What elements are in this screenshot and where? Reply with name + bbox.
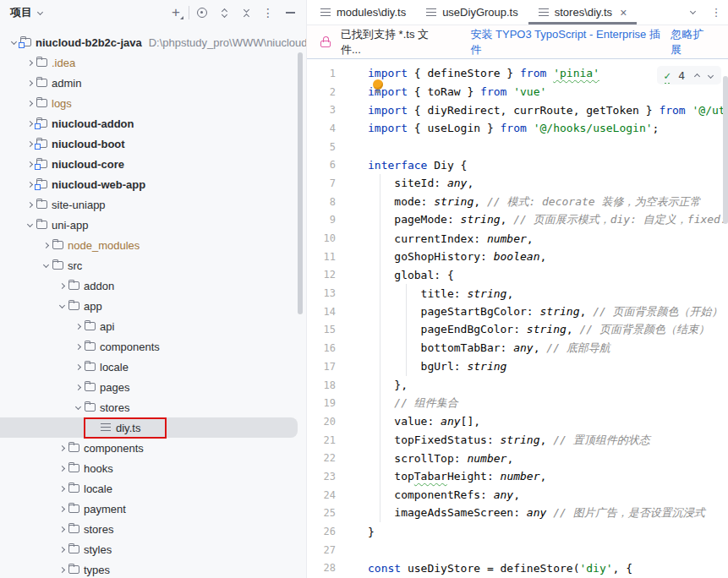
annotation-red-box [84,417,167,439]
tree-item-label: niucloud-core [52,158,124,171]
tree-item-src[interactable]: src [0,255,306,275]
chevron-right-icon[interactable] [26,201,32,207]
chevron-right-icon[interactable] [58,526,64,532]
tree-item-.idea[interactable]: .idea [0,52,306,73]
chevron-right-icon[interactable] [42,242,48,248]
chevron-right-icon[interactable] [58,566,64,572]
chevron-right-icon[interactable] [26,161,32,166]
tree-item-label: components [84,442,144,455]
tree-item-logs[interactable]: logs [0,93,306,113]
inspections-count: 4 [678,69,685,82]
module-folder-icon [36,119,52,128]
tree-item-hooks[interactable]: hooks [0,458,306,478]
chevron-right-icon[interactable] [26,100,32,106]
intention-bulb-icon[interactable] [373,79,384,93]
chevron-down-icon[interactable] [42,261,48,267]
chevron-down-icon[interactable] [10,38,16,44]
chevron-right-icon[interactable] [58,505,64,511]
code-line: 28const useDiyStore = defineStore('diy',… [307,559,728,578]
tab-list-dropdown-icon[interactable] [681,0,704,25]
chevron-right-icon[interactable] [58,444,64,450]
chevron-right-icon[interactable] [26,59,32,65]
editor-tab-stores-diy.ts[interactable]: stores\diy.ts× [528,0,638,25]
tree-item-stores[interactable]: stores [0,397,306,417]
chevron-right-icon[interactable] [74,384,80,390]
chevron-right-icon[interactable] [58,282,64,288]
tree-item-app[interactable]: app [0,296,306,316]
file-text-icon [426,8,436,17]
tab-more-options-icon[interactable]: ⋮ [704,0,728,25]
tree-item-uni-app[interactable]: uni-app [0,215,306,235]
collapse-all-icon[interactable] [235,3,257,22]
expand-all-icon[interactable] [213,3,235,22]
editor-tab-modules-diy.ts[interactable]: modules\diy.ts [310,0,416,25]
tree-item-locale[interactable]: locale [0,357,306,377]
tree-item-node-modules[interactable]: node_modules [0,235,306,255]
chevron-down-icon[interactable] [74,403,80,409]
ignore-extension-link[interactable]: 忽略扩展 [671,27,714,57]
chevron-right-icon[interactable] [58,465,64,471]
add-icon[interactable]: + [165,3,187,22]
tree-item-types[interactable]: types [0,559,306,578]
tree-item-stores[interactable]: stores [0,519,306,539]
install-plugin-link[interactable]: 安装 TYPO3 TypoScript - Enterprise 插件 [470,27,671,57]
tree-item-site-uniapp[interactable]: site-uniapp [0,194,306,215]
tree-item-components[interactable]: components [0,336,306,357]
tree-item-label: stores [100,401,129,414]
tabbar-spacer [637,0,681,25]
close-icon[interactable]: × [620,7,627,19]
folder-icon [68,302,84,310]
tree-item-label: niucloud-web-app [52,178,145,191]
tree-item-styles[interactable]: styles [0,539,306,559]
chevron-right-icon[interactable] [58,546,64,552]
folder-icon [68,444,84,452]
chevron-down-icon[interactable] [58,302,64,308]
editor-tab-usediygroup.ts[interactable]: useDiyGroup.ts [416,0,528,25]
chevron-right-icon[interactable] [26,140,32,146]
previous-highlight-icon[interactable] [694,73,700,79]
tree-item-niucloud-addon[interactable]: niucloud-addon [0,113,306,134]
code-line: 20 value: any[], [307,412,728,431]
tree-scrollbar-thumb[interactable] [298,52,303,314]
chevron-right-icon[interactable] [26,181,32,187]
tool-window-title[interactable]: 项目 [10,5,32,20]
line-number: 17 [307,361,336,373]
folder-icon [52,241,68,249]
tree-item-components[interactable]: components [0,438,306,458]
code-line: 25 imageAdsSameScreen: any // 图片广告，是否设置沉… [307,504,728,523]
next-highlight-icon[interactable] [708,72,714,78]
tree-item-niucloud-b2b2c-java[interactable]: niucloud-b2b2c-javaD:\phpstudy_pro\WWW\n… [0,32,306,52]
tree-item-addon[interactable]: addon [0,275,306,296]
line-number: 21 [307,434,336,446]
code-editor[interactable]: ✓ 4 1import { defineStore } from 'pinia'… [307,59,728,578]
locate-file-icon[interactable] [191,3,213,22]
tree-item-niucloud-boot[interactable]: niucloud-boot [0,134,306,154]
more-options-icon[interactable]: ⋮ [257,3,279,22]
tree-item-admin[interactable]: admin [0,73,306,93]
chevron-right-icon[interactable] [74,343,80,349]
editor-scrollbar-thumb[interactable] [723,76,728,224]
tree-item-pages[interactable]: pages [0,377,306,397]
code-line: 10 currentIndex: number, [307,229,728,248]
tree-item-niucloud-web-app[interactable]: niucloud-web-app [0,174,306,194]
tree-item-api[interactable]: api [0,316,306,336]
folder-icon [85,342,100,351]
chevron-right-icon[interactable] [26,120,32,126]
tree-item-label: types [84,564,110,576]
chevron-down-icon[interactable] [26,221,32,226]
chevron-down-icon[interactable] [37,8,43,14]
tree-item-niucloud-core[interactable]: niucloud-core [0,154,306,174]
line-number: 9 [307,214,336,226]
tree-item-label: pages [100,381,129,394]
chevron-right-icon[interactable] [26,79,32,85]
chevron-right-icon[interactable] [74,323,80,329]
tree-item-locale[interactable]: locale [0,478,306,499]
code-text: scrollTop: number, [368,452,513,465]
file-text-icon [320,8,331,17]
chevron-right-icon[interactable] [58,485,64,491]
tree-item-payment[interactable]: payment [0,499,306,519]
chevron-right-icon[interactable] [74,363,80,369]
tree-item-label: styles [84,543,112,556]
line-number: 24 [307,489,336,501]
hide-panel-icon[interactable] [279,3,301,22]
